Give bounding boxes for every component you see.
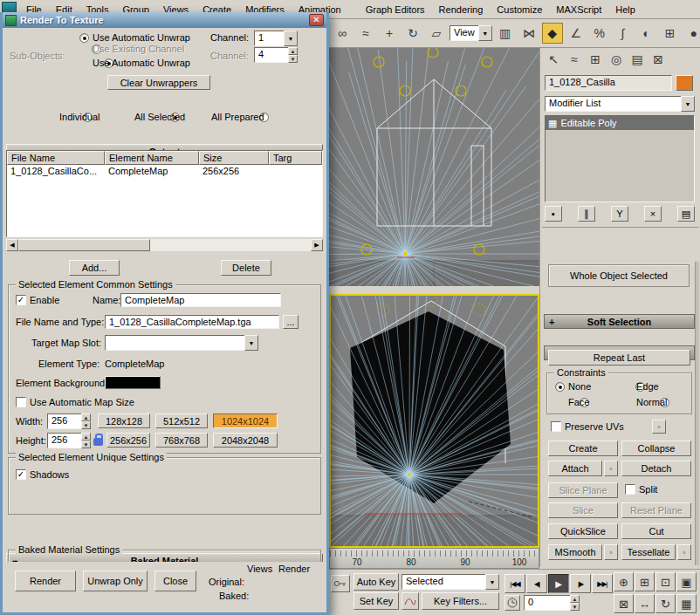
play-icon[interactable]: ▶	[548, 574, 569, 593]
zoom-region-icon[interactable]: ⊠	[614, 594, 634, 613]
configure-modifier-sets-icon[interactable]: ▤	[677, 206, 695, 222]
enable-checkbox[interactable]	[16, 295, 26, 305]
menu-customize[interactable]: Customize	[490, 2, 549, 17]
element-background-swatch[interactable]	[105, 376, 161, 389]
link-icon[interactable]: ∞	[332, 23, 353, 44]
chevron-down-icon[interactable]: ▼	[478, 25, 492, 41]
chevron-down-icon[interactable]: ▼	[485, 574, 499, 590]
zoom-extents-icon[interactable]: ⊡	[655, 572, 676, 591]
delete-button[interactable]: Delete	[221, 260, 271, 276]
column-target[interactable]: Targ	[269, 151, 322, 165]
preserve-uvs-settings-icon[interactable]: ▫	[652, 420, 666, 434]
chevron-down-icon[interactable]: ▼	[244, 335, 258, 351]
expand-icon[interactable]: +	[549, 317, 554, 327]
menu-help[interactable]: Help	[608, 2, 642, 17]
zoom-extents-all-icon[interactable]: ▣	[676, 572, 697, 591]
width-spinner[interactable]: 256 ▲▼	[47, 413, 91, 429]
show-end-result-icon[interactable]: ∥	[578, 206, 595, 222]
curve-editor-icon[interactable]: ∫	[613, 23, 634, 44]
slice-button[interactable]: Slice	[548, 502, 618, 518]
spinner-down-icon[interactable]: ▼	[570, 603, 580, 611]
slice-plane-button[interactable]: Slice Plane	[548, 482, 618, 498]
channel-1-dropdown[interactable]: 1 ▼	[254, 31, 298, 46]
quickslice-button[interactable]: QuickSlice	[548, 523, 618, 539]
rollout-soft-selection[interactable]: + Soft Selection	[544, 314, 695, 329]
spinner-down-icon[interactable]: ▼	[81, 421, 91, 429]
close-icon[interactable]: ✕	[309, 14, 324, 26]
auto-key-button[interactable]: Auto Key	[353, 573, 399, 591]
keyboard-override-icon[interactable]	[331, 575, 350, 592]
dialog-titlebar[interactable]: Render To Texture ✕	[3, 12, 326, 28]
viewport-top[interactable]	[329, 48, 539, 286]
angle-snap-icon[interactable]: ∠	[566, 23, 587, 44]
pan-icon[interactable]: ↔	[635, 594, 655, 613]
spinner-up-icon[interactable]: ▲	[288, 47, 298, 55]
collapse-button[interactable]: Collapse	[621, 441, 691, 456]
file-name-field[interactable]: 1_0128_CasillaCompleteMap.tga	[105, 315, 279, 329]
tessellate-settings-icon[interactable]: ▫	[677, 544, 691, 560]
menu-rendering[interactable]: Rendering	[432, 2, 491, 17]
track-bar[interactable]: 70 80 90 100	[329, 548, 539, 569]
table-row[interactable]: 1_0128_CasillaCo... CompleteMap 256x256	[7, 165, 322, 177]
spinner-down-icon[interactable]: ▼	[81, 441, 91, 448]
element-name-field[interactable]: CompleteMap	[120, 293, 281, 307]
key-tangent-icon[interactable]	[401, 592, 419, 610]
remove-modifier-icon[interactable]: ×	[644, 206, 662, 222]
modifier-list-dropdown[interactable]: Modifier List ▼	[545, 96, 695, 112]
msmooth-settings-icon[interactable]: ▫	[604, 544, 618, 560]
motion-tab-icon[interactable]: ◎	[607, 51, 625, 68]
object-color-swatch[interactable]	[676, 75, 693, 91]
spinner-up-icon[interactable]: ▲	[81, 433, 91, 441]
selection-set-dropdown[interactable]: Selected ▼	[401, 574, 499, 590]
repeat-last-button[interactable]: Repeat Last	[548, 350, 690, 366]
size-128-button[interactable]: 128x128	[98, 413, 150, 428]
percent-snap-icon[interactable]: %	[589, 23, 610, 44]
menu-graph-editors[interactable]: Graph Editors	[359, 2, 432, 17]
create-button[interactable]: Create	[548, 441, 618, 456]
viewport-bottom-active[interactable]	[329, 294, 539, 548]
quick-render-icon[interactable]: ●	[683, 23, 700, 44]
column-file-name[interactable]: File Name	[7, 151, 105, 165]
orbit-icon[interactable]: ↻	[655, 594, 676, 613]
clear-unwrappers-button[interactable]: Clear Unwrappers	[107, 75, 210, 90]
size-256-button[interactable]: 256x256	[106, 433, 150, 448]
go-to-start-icon[interactable]: |◀◀	[504, 574, 525, 593]
reset-plane-button[interactable]: Reset Plane	[621, 502, 691, 518]
spinner-down-icon[interactable]: ▼	[288, 55, 298, 63]
snap-toggle-icon[interactable]: ◆	[542, 23, 563, 44]
menu-maxscript[interactable]: MAXScript	[549, 2, 608, 17]
constraint-none-radio[interactable]	[555, 382, 565, 392]
preserve-uvs-checkbox[interactable]	[551, 421, 561, 432]
select-move-icon[interactable]: +	[379, 23, 400, 44]
close-button[interactable]: Close	[154, 571, 196, 591]
shadows-checkbox[interactable]	[16, 469, 26, 480]
cut-button[interactable]: Cut	[621, 523, 691, 539]
modify-tab-icon[interactable]: ≈	[566, 51, 583, 68]
scroll-right-icon[interactable]: ▶	[311, 239, 323, 251]
height-spinner[interactable]: 256 ▲▼	[47, 433, 91, 448]
spinner-up-icon[interactable]: ▲	[81, 413, 91, 421]
use-auto-unwrap-top-radio[interactable]	[79, 33, 89, 43]
column-element-name[interactable]: Element Name	[105, 151, 199, 165]
split-checkbox[interactable]	[625, 484, 635, 495]
size-2048-button[interactable]: 2048x2048	[213, 433, 278, 448]
panel-scrollbar[interactable]	[695, 262, 699, 565]
auto-map-size-checkbox[interactable]	[16, 397, 26, 407]
create-tab-icon[interactable]: ↖	[545, 51, 562, 68]
set-key-button[interactable]: Set Key	[353, 592, 399, 610]
hierarchy-tab-icon[interactable]: ⊞	[587, 51, 604, 68]
go-to-end-icon[interactable]: ▶▶|	[592, 574, 613, 593]
scale-icon[interactable]: ▱	[426, 23, 447, 44]
display-tab-icon[interactable]: ▤	[628, 51, 646, 68]
stack-item-editable-poly[interactable]: ▦ Editable Poly	[546, 116, 694, 130]
size-1024-button-active[interactable]: 1024x1024	[213, 413, 278, 428]
utilities-tab-icon[interactable]: ⊠	[649, 51, 667, 68]
modifier-stack[interactable]: ▦ Editable Poly	[545, 115, 695, 202]
target-map-slot-dropdown[interactable]: ▼	[105, 335, 258, 351]
zoom-all-icon[interactable]: ⊞	[635, 572, 655, 591]
object-name-field[interactable]: 1_0128_Casilla	[545, 75, 672, 91]
use-center-icon[interactable]: ▥	[495, 23, 516, 44]
key-filters-button[interactable]: Key Filters...	[422, 592, 499, 610]
material-editor-icon[interactable]: ◐	[636, 23, 657, 44]
attach-button[interactable]: Attach	[548, 461, 602, 476]
